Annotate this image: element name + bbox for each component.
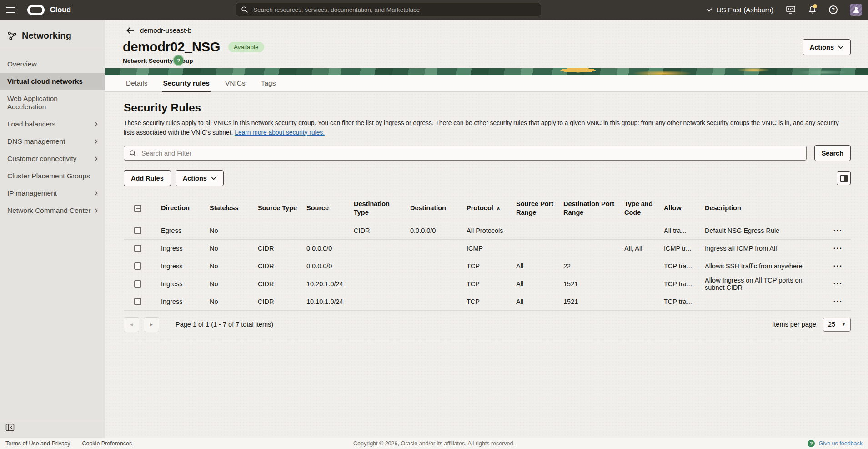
column-header-type-and-code[interactable]: Type and Code <box>624 200 664 216</box>
collapse-panel-icon <box>5 424 15 431</box>
table-cell: Ingress <box>161 262 210 270</box>
column-header-stateless[interactable]: Stateless <box>210 204 258 212</box>
column-header-source[interactable]: Source <box>306 204 354 212</box>
row-checkbox[interactable] <box>134 280 141 288</box>
tab-details[interactable]: Details <box>125 75 148 92</box>
row-actions-menu-icon[interactable]: ··· <box>833 298 843 305</box>
sidebar-nav: OverviewVirtual cloud networksWeb Applic… <box>0 49 105 219</box>
sidebar-item-label: Virtual cloud networks <box>7 77 83 86</box>
table-cell: TCP <box>467 262 516 270</box>
user-avatar[interactable] <box>850 4 862 16</box>
tab-tags[interactable]: Tags <box>260 75 277 92</box>
sidebar-item-label: Overview <box>7 60 37 68</box>
terms-link[interactable]: Terms of Use and Privacy <box>5 440 70 447</box>
feedback-link[interactable]: Give us feedback <box>818 440 863 447</box>
row-actions-menu-icon[interactable]: ··· <box>833 227 843 234</box>
sidebar-item-label: IP management <box>7 189 57 197</box>
chevron-down-icon <box>838 45 843 49</box>
page-title: demodr02_NSG <box>123 40 220 55</box>
row-checkbox[interactable] <box>134 298 141 305</box>
breadcrumb-parent-link[interactable]: demodr-useast-b <box>140 26 191 34</box>
row-checkbox-cell <box>124 280 161 288</box>
sidebar-item-load-balancers[interactable]: Load balancers <box>0 116 105 133</box>
column-header-protocol[interactable]: Protocol∧ <box>467 204 516 212</box>
sidebar-item-cluster-placement-groups[interactable]: Cluster Placement Groups <box>0 167 105 185</box>
next-page-button[interactable]: ▸ <box>144 317 159 332</box>
sidebar-item-overview[interactable]: Overview <box>0 55 105 73</box>
sidebar-item-label: Customer connectivity <box>7 155 76 163</box>
learn-more-link[interactable]: Learn more about security rules. <box>235 129 325 136</box>
column-header-label: Type and Code <box>624 200 653 216</box>
region-selector[interactable]: US East (Ashburn) <box>706 6 773 14</box>
search-button[interactable]: Search <box>814 145 851 161</box>
column-header-destination[interactable]: Destination <box>410 204 467 212</box>
column-header-direction[interactable]: Direction <box>161 204 210 212</box>
row-checkbox[interactable] <box>134 227 141 234</box>
global-search-input[interactable] <box>252 6 536 14</box>
table-cell: Ingress <box>161 280 210 288</box>
cloud-shell-icon[interactable] <box>786 5 796 14</box>
column-header-source-type[interactable]: Source Type <box>258 204 306 212</box>
notifications-bell-icon[interactable] <box>808 5 817 14</box>
sidebar-header: Networking <box>0 20 105 49</box>
topbar: Cloud US East (Ashburn) ? <box>0 0 868 20</box>
table-cell: TCP tra... <box>664 280 705 288</box>
back-button[interactable] <box>126 27 135 34</box>
column-header-allow[interactable]: Allow <box>664 204 705 212</box>
copyright-text: Copyright © 2026, Oracle and/or its affi… <box>353 440 515 447</box>
row-checkbox[interactable] <box>134 245 141 252</box>
sidebar-item-virtual-cloud-networks[interactable]: Virtual cloud networks <box>0 73 105 90</box>
sidebar-title: Networking <box>22 30 71 41</box>
column-header-destination-port-range[interactable]: Destination Port Range <box>563 200 624 216</box>
column-settings-button[interactable] <box>837 171 851 185</box>
actions-label: Actions <box>183 175 207 182</box>
actions-label: Actions <box>810 44 834 51</box>
row-actions-cell: ··· <box>825 280 851 288</box>
table-cell: 10.20.1.0/24 <box>306 280 354 288</box>
back-arrow-icon <box>126 27 135 34</box>
footer: Terms of Use and Privacy Cookie Preferen… <box>0 438 868 449</box>
chevron-down-icon <box>211 177 216 180</box>
select-all-checkbox[interactable] <box>134 205 141 212</box>
row-actions-menu-icon[interactable]: ··· <box>833 280 843 288</box>
pagination-text: Page 1 of 1 (1 - 7 of 7 total items) <box>176 321 273 328</box>
table-actions-button[interactable]: Actions <box>176 170 224 186</box>
add-rules-button[interactable]: Add Rules <box>124 170 171 186</box>
column-header-description[interactable]: Description <box>705 204 825 212</box>
sidebar-collapse-button[interactable] <box>5 423 15 432</box>
global-search[interactable] <box>236 3 541 16</box>
sidebar-item-dns-management[interactable]: DNS management <box>0 133 105 150</box>
help-icon[interactable]: ? <box>829 5 838 14</box>
row-checkbox[interactable] <box>134 262 141 270</box>
sidebar-item-web-application-acceleration[interactable]: Web Application Acceleration <box>0 90 105 116</box>
chevron-down-icon: ▼ <box>842 322 846 327</box>
tab-vnics[interactable]: VNICs <box>224 75 246 92</box>
brand[interactable]: Cloud <box>27 5 71 15</box>
guided-help-icon[interactable]: ? <box>174 55 183 65</box>
sidebar-bottom <box>0 419 105 438</box>
column-header-source-port-range[interactable]: Source Port Range <box>516 200 563 216</box>
row-actions-menu-icon[interactable]: ··· <box>833 245 843 252</box>
tab-security-rules[interactable]: Security rules <box>162 75 211 92</box>
sidebar-item-network-command-center[interactable]: Network Command Center <box>0 202 105 219</box>
row-checkbox-cell <box>124 227 161 234</box>
sidebar-item-customer-connectivity[interactable]: Customer connectivity <box>0 150 105 167</box>
sidebar-item-label: Load balancers <box>7 120 55 128</box>
feedback-help-icon: ? <box>808 440 815 447</box>
previous-page-button[interactable]: ◂ <box>124 317 139 332</box>
sort-ascending-icon: ∧ <box>497 206 501 211</box>
hamburger-menu-icon[interactable] <box>0 0 21 20</box>
sidebar-item-ip-management[interactable]: IP management <box>0 185 105 202</box>
select-all-checkbox-cell <box>124 205 161 212</box>
filter-input[interactable] <box>140 149 801 157</box>
filter-box[interactable] <box>124 146 807 161</box>
row-actions-menu-icon[interactable]: ··· <box>833 262 843 270</box>
items-per-page-select[interactable]: 25 ▼ <box>823 318 851 332</box>
column-header-label: Protocol <box>467 204 493 212</box>
header-actions-button[interactable]: Actions <box>803 39 851 55</box>
row-checkbox-cell <box>124 262 161 270</box>
column-header-destination-type[interactable]: Destination Type <box>354 200 410 216</box>
cookie-preferences-link[interactable]: Cookie Preferences <box>82 440 132 447</box>
oracle-logo-icon <box>27 5 45 15</box>
chevron-down-icon <box>706 8 712 12</box>
